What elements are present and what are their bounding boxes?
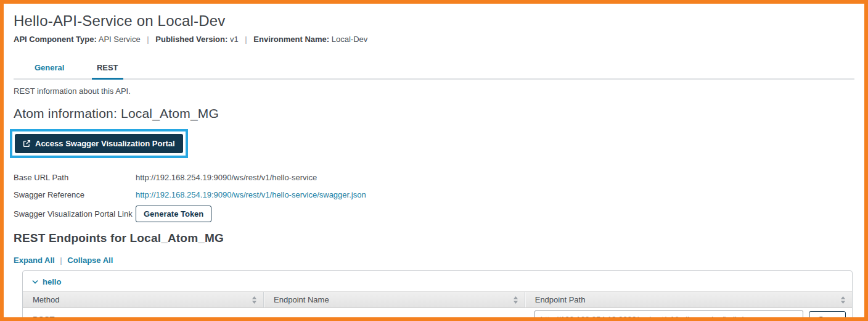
column-header-endpoint-path[interactable]: Endpoint Path [525, 292, 852, 307]
tab-bar: General REST [14, 60, 854, 80]
endpoint-group-name: hello [43, 277, 61, 286]
annotation-highlight-box: Access Swagger Visualization Portal [10, 129, 188, 158]
meta-environment-name-value: Local-Dev [332, 35, 368, 44]
meta-separator: | [245, 35, 247, 44]
endpoints-table-header: Method Endpoint Name [23, 291, 852, 308]
column-header-method[interactable]: Method [23, 292, 263, 307]
access-swagger-portal-label: Access Swagger Visualization Portal [35, 139, 175, 148]
field-row-swagger-reference: Swagger Reference http://192.168.254.19:… [14, 186, 854, 203]
sort-icon[interactable] [252, 296, 257, 304]
copy-button[interactable]: Copy [809, 311, 846, 321]
swagger-reference-label: Swagger Reference [14, 190, 136, 199]
annotation-frame: Hello-API-Service on Local-Dev API Compo… [0, 0, 868, 321]
expand-collapse-separator: | [60, 256, 62, 265]
base-url-path-value: http://192.168.254.19:9090/ws/rest/v1/he… [136, 173, 317, 182]
meta-environment-name-label: Environment Name: [253, 35, 329, 44]
endpoint-table-row: POST — Copy [23, 308, 852, 321]
swagger-reference-link[interactable]: http://192.168.254.19:9090/ws/rest/v1/he… [136, 190, 366, 199]
page-content: Hello-API-Service on Local-Dev API Compo… [4, 4, 864, 321]
base-url-path-label: Base URL Path [14, 173, 136, 182]
api-meta-line: API Component Type: API Service | Publis… [14, 35, 854, 44]
access-swagger-portal-button[interactable]: Access Swagger Visualization Portal [15, 134, 183, 153]
endpoint-path-cell: Copy [525, 311, 852, 321]
rest-description: REST information about this API. [14, 86, 854, 96]
field-row-portal-link: Swagger Visualization Portal Link Genera… [14, 205, 854, 222]
meta-published-version-value: v1 [230, 35, 239, 44]
field-row-base-url: Base URL Path http://192.168.254.19:9090… [14, 169, 854, 186]
meta-component-type-value: API Service [99, 35, 141, 44]
sort-icon[interactable] [513, 296, 518, 304]
atom-information-heading: Atom information: Local_Atom_MG [14, 106, 854, 121]
collapse-all-link[interactable]: Collapse All [67, 256, 113, 265]
external-link-icon [23, 140, 31, 148]
swagger-portal-link-label: Swagger Visualization Portal Link [14, 209, 136, 219]
page-title: Hello-API-Service on Local-Dev [14, 12, 854, 30]
generate-token-button[interactable]: Generate Token [136, 206, 211, 222]
endpoint-group-header[interactable]: hello [23, 271, 852, 291]
rest-endpoints-heading: REST Endpoints for Local_Atom_MG [14, 231, 854, 245]
atom-fields: Base URL Path http://192.168.254.19:9090… [14, 169, 854, 222]
sort-icon[interactable] [840, 296, 846, 304]
chevron-down-icon [32, 280, 38, 284]
expand-collapse-controls: Expand All | Collapse All [14, 256, 854, 265]
endpoint-path-input[interactable] [534, 311, 804, 321]
meta-published-version-label: Published Version: [155, 35, 227, 44]
meta-component-type-label: API Component Type: [14, 35, 97, 44]
endpoint-name: — [263, 315, 525, 321]
tab-general[interactable]: General [30, 60, 69, 78]
endpoint-method: POST [23, 315, 263, 321]
expand-all-link[interactable]: Expand All [14, 256, 55, 265]
column-header-endpoint-name[interactable]: Endpoint Name [263, 292, 525, 307]
tab-rest[interactable]: REST [92, 60, 123, 80]
endpoints-panel: hello Method Endpoint Name [22, 270, 853, 321]
meta-separator: | [147, 35, 149, 44]
